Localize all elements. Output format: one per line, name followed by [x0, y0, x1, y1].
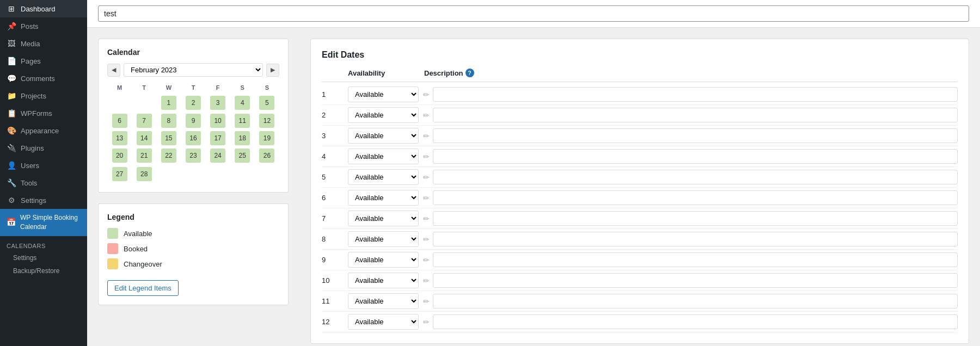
- edit-pencil-icon[interactable]: ✏: [423, 276, 430, 285]
- calendar-day[interactable]: 15: [161, 131, 176, 145]
- sidebar-item-settings[interactable]: ⚙ Settings: [0, 191, 87, 209]
- calendar-day[interactable]: 23: [186, 149, 201, 163]
- calendar-day-cell[interactable]: 17: [206, 129, 230, 147]
- edit-legend-button[interactable]: Edit Legend Items: [107, 280, 179, 296]
- calendar-day-cell[interactable]: 6: [107, 112, 132, 129]
- sidebar-item-plugins[interactable]: 🔌 Plugins: [0, 139, 87, 157]
- description-input[interactable]: [433, 170, 958, 184]
- calendar-day[interactable]: 26: [259, 149, 274, 163]
- calendar-day[interactable]: 11: [235, 114, 250, 128]
- availability-select[interactable]: AvailableBookedChangeover: [348, 231, 419, 247]
- calendar-day[interactable]: 10: [210, 114, 225, 128]
- calendar-day[interactable]: 2: [186, 96, 201, 110]
- calendar-day-cell[interactable]: 25: [230, 147, 255, 164]
- description-input[interactable]: [433, 128, 958, 143]
- calendar-day[interactable]: 24: [210, 149, 225, 163]
- calendar-day[interactable]: 18: [235, 131, 250, 145]
- sidebar-item-dashboard[interactable]: ⊞ Dashboard: [0, 0, 87, 17]
- calendar-day[interactable]: 3: [210, 96, 225, 110]
- edit-pencil-icon[interactable]: ✏: [423, 318, 430, 326]
- description-input[interactable]: [433, 211, 958, 226]
- calendar-day[interactable]: 16: [186, 131, 201, 145]
- calendar-day-cell[interactable]: 8: [156, 112, 181, 129]
- calendar-day[interactable]: 9: [186, 114, 201, 128]
- calendar-day[interactable]: 20: [112, 149, 127, 163]
- calendar-day-cell[interactable]: 3: [206, 93, 230, 112]
- sidebar-item-projects[interactable]: 📁 Projects: [0, 87, 87, 104]
- availability-select[interactable]: AvailableBookedChangeover: [348, 128, 419, 144]
- calendar-day-cell[interactable]: 23: [181, 147, 205, 164]
- calendar-day-cell[interactable]: 11: [230, 112, 255, 129]
- next-month-button[interactable]: ▶: [266, 64, 279, 77]
- calendar-day[interactable]: 13: [112, 131, 127, 145]
- description-input[interactable]: [433, 294, 958, 308]
- availability-select[interactable]: AvailableBookedChangeover: [348, 273, 419, 288]
- edit-pencil-icon[interactable]: ✏: [423, 90, 430, 99]
- calendar-day-cell[interactable]: 14: [132, 129, 156, 147]
- calendar-day[interactable]: 27: [112, 167, 127, 181]
- description-input[interactable]: [433, 273, 958, 288]
- prev-month-button[interactable]: ◀: [107, 64, 120, 77]
- sidebar-item-comments[interactable]: 💬 Comments: [0, 70, 87, 87]
- calendar-day-cell[interactable]: 5: [255, 93, 279, 112]
- calendar-day[interactable]: 4: [235, 96, 250, 110]
- sidebar-item-posts[interactable]: 📌 Posts: [0, 17, 87, 35]
- month-select[interactable]: February 2023: [124, 63, 263, 77]
- calendar-day-cell[interactable]: 28: [132, 164, 156, 183]
- sidebar-item-cal-settings[interactable]: Settings: [0, 251, 87, 264]
- search-input[interactable]: [98, 5, 969, 22]
- calendar-day-cell[interactable]: 18: [230, 129, 255, 147]
- sidebar-item-appearance[interactable]: 🎨 Appearance: [0, 122, 87, 139]
- sidebar-item-wpforms[interactable]: 📋 WPForms: [0, 104, 87, 122]
- availability-select[interactable]: AvailableBookedChangeover: [348, 211, 419, 226]
- calendar-day-cell[interactable]: 26: [255, 147, 279, 164]
- calendar-day-cell[interactable]: 22: [156, 147, 181, 164]
- edit-pencil-icon[interactable]: ✏: [423, 256, 430, 264]
- sidebar-item-users[interactable]: 👤 Users: [0, 157, 87, 174]
- availability-select[interactable]: AvailableBookedChangeover: [348, 190, 419, 206]
- description-input[interactable]: [433, 252, 958, 267]
- calendar-day[interactable]: 17: [210, 131, 225, 145]
- calendar-day[interactable]: 19: [259, 131, 274, 145]
- availability-select[interactable]: AvailableBookedChangeover: [348, 314, 419, 330]
- calendar-day[interactable]: 28: [137, 167, 152, 181]
- calendar-day[interactable]: 8: [161, 114, 176, 128]
- edit-pencil-icon[interactable]: ✏: [423, 194, 430, 202]
- calendar-day-cell[interactable]: 24: [206, 147, 230, 164]
- edit-pencil-icon[interactable]: ✏: [423, 235, 430, 244]
- description-input[interactable]: [433, 108, 958, 122]
- description-input[interactable]: [433, 314, 958, 329]
- sidebar-item-backup-restore[interactable]: Backup/Restore: [0, 264, 87, 277]
- calendar-day[interactable]: 22: [161, 149, 176, 163]
- calendar-day[interactable]: 21: [137, 149, 152, 163]
- availability-select[interactable]: AvailableBookedChangeover: [348, 86, 419, 102]
- edit-pencil-icon[interactable]: ✏: [423, 173, 430, 182]
- availability-select[interactable]: AvailableBookedChangeover: [348, 169, 419, 185]
- edit-pencil-icon[interactable]: ✏: [423, 214, 430, 223]
- calendar-day-cell[interactable]: 19: [255, 129, 279, 147]
- calendar-day-cell[interactable]: 10: [206, 112, 230, 129]
- calendar-day-cell[interactable]: 7: [132, 112, 156, 129]
- calendar-day[interactable]: 25: [235, 149, 250, 163]
- calendar-day-cell[interactable]: 20: [107, 147, 132, 164]
- description-input[interactable]: [433, 232, 958, 246]
- edit-pencil-icon[interactable]: ✏: [423, 132, 430, 140]
- calendar-day-cell[interactable]: 27: [107, 164, 132, 183]
- calendar-day[interactable]: 5: [259, 96, 274, 110]
- calendar-day-cell[interactable]: 9: [181, 112, 205, 129]
- calendar-day-cell[interactable]: 4: [230, 93, 255, 112]
- calendar-day-cell[interactable]: 2: [181, 93, 205, 112]
- calendar-day[interactable]: 7: [137, 114, 152, 128]
- edit-pencil-icon[interactable]: ✏: [423, 297, 430, 306]
- availability-select[interactable]: AvailableBookedChangeover: [348, 252, 419, 268]
- sidebar-item-wp-booking[interactable]: 📅 WP Simple Booking Calendar: [0, 209, 87, 236]
- calendar-day-cell[interactable]: 21: [132, 147, 156, 164]
- calendar-day-cell[interactable]: 16: [181, 129, 205, 147]
- sidebar-item-tools[interactable]: 🔧 Tools: [0, 174, 87, 191]
- edit-pencil-icon[interactable]: ✏: [423, 152, 430, 161]
- description-info-icon[interactable]: ?: [465, 69, 474, 77]
- calendar-day[interactable]: 14: [137, 131, 152, 145]
- description-input[interactable]: [433, 87, 958, 102]
- calendar-day[interactable]: 12: [259, 114, 274, 128]
- sidebar-item-media[interactable]: 🖼 Media: [0, 35, 87, 52]
